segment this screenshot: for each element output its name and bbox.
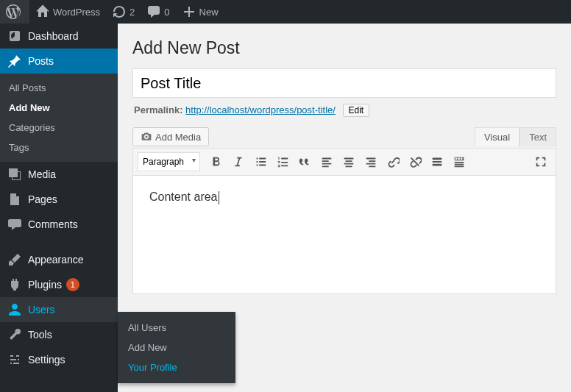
new-label: New (199, 7, 219, 18)
comment-icon (146, 4, 161, 19)
menu-label: Comments (28, 218, 78, 230)
add-media-button[interactable]: Add Media (132, 127, 209, 146)
editor-content: Content area (149, 190, 218, 203)
wordpress-logo-icon (6, 4, 21, 19)
format-select[interactable]: Paragraph (138, 152, 200, 171)
flyout-your-profile[interactable]: Your Profile (118, 357, 235, 377)
align-left-button[interactable] (316, 152, 337, 172)
comments-link[interactable]: 0 (141, 0, 175, 24)
menu-appearance[interactable]: Appearance (0, 247, 118, 272)
posts-submenu: All Posts Add New Categories Tags (0, 74, 118, 162)
add-media-label: Add Media (155, 132, 201, 143)
flyout-add-new[interactable]: Add New (118, 338, 235, 357)
menu-pages[interactable]: Pages (0, 187, 118, 212)
menu-users[interactable]: Users (0, 297, 118, 322)
menu-media[interactable]: Media (0, 162, 118, 187)
flyout-all-users[interactable]: All Users (118, 318, 235, 338)
text-cursor (219, 191, 219, 204)
toolbar-toggle-button[interactable] (449, 152, 469, 172)
permalink-row: Permalink: http://localhost/wordpress/po… (134, 104, 556, 117)
wp-logo-menu[interactable] (0, 0, 29, 24)
permalink-label: Permalink: (134, 104, 182, 115)
menu-plugins[interactable]: Plugins 1 (0, 272, 118, 297)
menu-settings[interactable]: Settings (0, 347, 118, 372)
insert-more-button[interactable] (427, 152, 447, 172)
plugin-icon (7, 277, 22, 292)
plus-icon (182, 4, 196, 19)
menu-label: Pages (28, 193, 57, 205)
users-icon (7, 302, 22, 317)
admin-toolbar: WordPress 2 0 New (0, 0, 571, 24)
menu-label: Settings (28, 354, 65, 366)
editor-body[interactable]: Content area (133, 176, 556, 293)
post-title-input[interactable] (132, 68, 556, 98)
media-icon (7, 167, 22, 182)
bullet-list-button[interactable] (250, 152, 271, 172)
updates-count: 2 (130, 7, 135, 18)
permalink-link[interactable]: http://localhost/wordpress/post-title/ (185, 104, 336, 115)
menu-dashboard[interactable]: Dashboard (0, 24, 118, 49)
page-title: Add New Post (132, 38, 556, 58)
plugin-update-badge: 1 (66, 278, 79, 291)
brush-icon (7, 252, 22, 267)
editor: Paragraph Content area (132, 148, 556, 294)
align-right-button[interactable] (361, 152, 381, 172)
menu-label: Appearance (28, 254, 84, 266)
pin-icon (7, 54, 22, 68)
home-icon (35, 4, 50, 19)
admin-sidebar: Dashboard Posts All Posts Add New Catego… (0, 24, 118, 392)
tab-visual[interactable]: Visual (475, 127, 519, 146)
comments-icon (7, 217, 22, 232)
users-flyout: All Users Add New Your Profile (118, 312, 235, 383)
number-list-button[interactable] (272, 152, 293, 172)
updates-icon (112, 4, 127, 19)
editor-toolbar: Paragraph (133, 149, 556, 176)
submenu-categories[interactable]: Categories (0, 118, 118, 138)
menu-label: Posts (28, 55, 54, 67)
bold-button[interactable] (206, 152, 227, 172)
tab-text[interactable]: Text (519, 127, 556, 146)
dashboard-icon (7, 29, 22, 43)
site-name: WordPress (53, 7, 100, 18)
edit-permalink-button[interactable]: Edit (343, 104, 370, 117)
menu-label: Tools (28, 329, 52, 341)
comments-count: 0 (164, 7, 169, 18)
align-center-button[interactable] (338, 152, 359, 172)
menu-label: Media (28, 168, 56, 180)
menu-label: Users (28, 304, 55, 316)
pages-icon (7, 192, 22, 207)
camera-icon (141, 131, 152, 143)
italic-button[interactable] (228, 152, 249, 172)
submenu-tags[interactable]: Tags (0, 138, 118, 157)
settings-icon (7, 352, 22, 367)
link-button[interactable] (383, 152, 403, 172)
menu-comments[interactable]: Comments (0, 212, 118, 237)
menu-label: Dashboard (28, 30, 79, 42)
updates-link[interactable]: 2 (106, 0, 141, 24)
menu-posts[interactable]: Posts (0, 49, 118, 74)
submenu-add-new[interactable]: Add New (0, 98, 118, 118)
submenu-all-posts[interactable]: All Posts (0, 78, 118, 98)
wrench-icon (7, 327, 22, 342)
fullscreen-button[interactable] (531, 152, 551, 172)
site-home-link[interactable]: WordPress (29, 0, 106, 24)
new-content-link[interactable]: New (176, 0, 224, 24)
menu-label: Plugins (28, 279, 62, 291)
unlink-button[interactable] (405, 152, 425, 172)
menu-tools[interactable]: Tools (0, 322, 118, 347)
blockquote-button[interactable] (294, 152, 315, 172)
